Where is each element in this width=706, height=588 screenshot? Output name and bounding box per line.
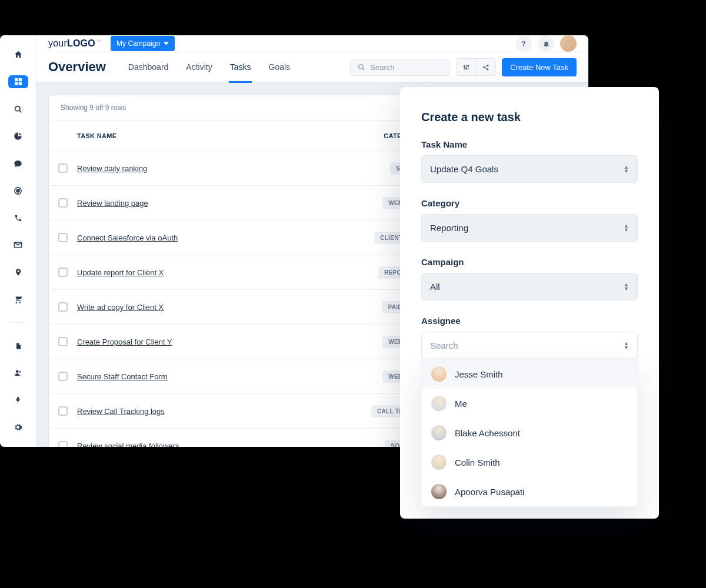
svg-rect-3 <box>18 82 21 85</box>
gear-icon[interactable] <box>8 421 28 434</box>
task-link[interactable]: Create Proposal for Client Y <box>77 338 172 346</box>
task-link[interactable]: Review social media followers <box>77 442 179 447</box>
assignee-name: Jesse Smith <box>455 369 503 379</box>
svg-point-4 <box>15 106 19 111</box>
users-icon[interactable] <box>8 366 28 379</box>
task-link[interactable]: Connect Salesforce via oAuth <box>77 233 178 242</box>
updown-icon: ▲▼ <box>624 165 629 173</box>
task-name-value: Update Q4 Goals <box>430 164 498 174</box>
target-icon[interactable] <box>8 184 28 197</box>
col-task-name: TASK NAME <box>77 122 364 150</box>
svg-point-17 <box>467 65 468 66</box>
avatar-icon <box>431 455 447 470</box>
assignee-option[interactable]: Colin Smith <box>422 447 637 477</box>
mail-icon[interactable] <box>8 239 28 252</box>
task-name-select[interactable]: Update Q4 Goals ▲▼ <box>421 155 638 183</box>
cart-icon[interactable] <box>8 293 28 306</box>
svg-point-9 <box>19 371 21 373</box>
create-task-button[interactable]: Create New Task <box>502 58 577 76</box>
avatar-icon <box>431 396 447 411</box>
updown-icon: ▲▼ <box>624 342 629 350</box>
campaign-selector[interactable]: My Campaign <box>111 36 175 51</box>
tab-goals[interactable]: Goals <box>267 52 291 82</box>
svg-line-5 <box>19 110 21 112</box>
help-button[interactable]: ? <box>515 35 532 52</box>
tab-dashboard[interactable]: Dashboard <box>127 52 170 82</box>
row-checkbox[interactable] <box>58 233 68 242</box>
row-checkbox[interactable] <box>58 406 68 416</box>
svg-point-15 <box>464 65 465 66</box>
category-label: Category <box>421 198 638 208</box>
search-icon[interactable] <box>8 102 28 115</box>
logo: yourLOGO™ <box>48 38 101 49</box>
svg-point-16 <box>465 68 467 69</box>
svg-rect-2 <box>15 82 18 85</box>
user-avatar[interactable] <box>560 35 577 52</box>
svg-point-19 <box>487 64 488 66</box>
page-title: Overview <box>48 59 106 75</box>
avatar-icon <box>431 484 447 499</box>
task-link[interactable]: Review Call Tracking logs <box>77 407 165 416</box>
task-link[interactable]: Review landing page <box>77 199 148 208</box>
tabs: DashboardActivityTasksGoals <box>127 52 291 82</box>
assignee-option[interactable]: Apoorva Pusapati <box>422 477 637 506</box>
row-checkbox[interactable] <box>58 198 68 208</box>
assignee-dropdown: Jesse SmithMeBlake AchessontColin SmithA… <box>421 359 638 507</box>
campaign-value: All <box>430 282 440 292</box>
assignee-option[interactable]: Me <box>422 389 637 418</box>
chat-icon[interactable] <box>8 157 28 170</box>
campaign-selector-label: My Campaign <box>116 39 160 48</box>
row-checkbox[interactable] <box>58 268 68 277</box>
chart-pie-icon[interactable] <box>8 130 28 143</box>
updown-icon: ▲▼ <box>624 224 629 232</box>
row-checkbox[interactable] <box>58 163 68 173</box>
sidebar-separator <box>11 322 26 323</box>
avatar-icon <box>431 366 447 382</box>
assignee-name: Apoorva Pusapati <box>455 487 524 497</box>
plug-icon[interactable] <box>8 393 28 406</box>
svg-line-11 <box>362 68 364 70</box>
avatar-icon <box>431 425 447 440</box>
assignee-name: Colin Smith <box>455 457 500 467</box>
category-select[interactable]: Reporting ▲▼ <box>421 214 638 242</box>
row-checkbox[interactable] <box>58 441 68 447</box>
task-link[interactable]: Review daily ranking <box>77 164 147 173</box>
assignee-option[interactable]: Jesse Smith <box>422 359 637 389</box>
search-placeholder: Search <box>370 63 394 72</box>
search-input[interactable]: Search <box>350 59 450 76</box>
topbar: yourLOGO™ My Campaign ? <box>36 35 588 52</box>
file-icon[interactable] <box>8 339 28 352</box>
assignee-option[interactable]: Blake Achessont <box>422 418 637 447</box>
svg-rect-1 <box>18 78 21 81</box>
category-value: Reporting <box>430 223 468 233</box>
svg-point-20 <box>487 68 488 70</box>
assignee-name: Blake Achessont <box>455 428 520 438</box>
pin-icon[interactable] <box>8 266 28 279</box>
grid-icon[interactable] <box>8 75 28 88</box>
tab-activity[interactable]: Activity <box>185 52 213 82</box>
row-checkbox[interactable] <box>58 337 68 346</box>
campaign-select[interactable]: All ▲▼ <box>421 273 638 300</box>
filter-button[interactable] <box>456 58 476 76</box>
svg-point-10 <box>359 64 364 69</box>
share-button[interactable] <box>476 58 496 76</box>
svg-rect-0 <box>15 78 18 81</box>
notifications-button[interactable] <box>538 35 554 52</box>
assignee-name: Me <box>455 399 467 409</box>
panel-title: Create a new task <box>421 111 638 124</box>
task-link[interactable]: Update report for Client X <box>77 268 164 277</box>
assignee-search[interactable]: Search ▲▼ <box>421 332 638 359</box>
tab-tasks[interactable]: Tasks <box>229 52 252 82</box>
assignee-placeholder: Search <box>430 340 458 350</box>
task-name-label: Task Name <box>421 139 638 149</box>
row-checkbox[interactable] <box>58 372 68 381</box>
row-checkbox[interactable] <box>58 302 68 312</box>
task-link[interactable]: Secure Staff Contact Form <box>77 372 168 381</box>
toolbar-group <box>456 58 496 76</box>
updown-icon: ▲▼ <box>624 283 629 291</box>
assignee-label: Assignee <box>421 316 638 326</box>
task-link[interactable]: Write ad copy for Client X <box>77 303 164 312</box>
create-task-panel: Create a new task Task Name Update Q4 Go… <box>400 87 659 519</box>
phone-icon[interactable] <box>8 211 28 224</box>
home-icon[interactable] <box>8 48 28 61</box>
